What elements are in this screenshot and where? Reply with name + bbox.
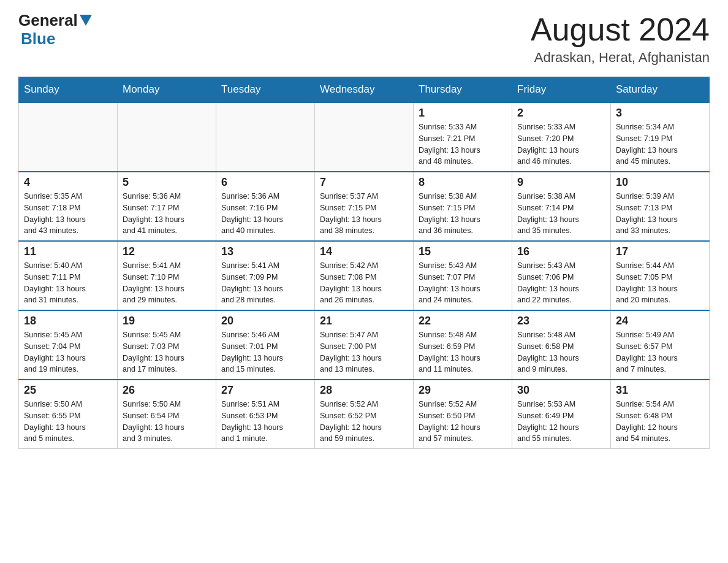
calendar-cell: 15Sunrise: 5:43 AMSunset: 7:07 PMDayligh… bbox=[414, 241, 512, 310]
day-info: Sunrise: 5:44 AMSunset: 7:05 PMDaylight:… bbox=[616, 260, 704, 306]
calendar-cell: 11Sunrise: 5:40 AMSunset: 7:11 PMDayligh… bbox=[19, 241, 118, 310]
day-info: Sunrise: 5:46 AMSunset: 7:01 PMDaylight:… bbox=[221, 329, 309, 375]
calendar-cell: 25Sunrise: 5:50 AMSunset: 6:55 PMDayligh… bbox=[19, 380, 118, 449]
day-number: 26 bbox=[123, 384, 211, 397]
day-info: Sunrise: 5:41 AMSunset: 7:09 PMDaylight:… bbox=[221, 260, 309, 306]
day-info: Sunrise: 5:47 AMSunset: 7:00 PMDaylight:… bbox=[320, 329, 408, 375]
header-day-sunday: Sunday bbox=[19, 77, 118, 103]
day-info: Sunrise: 5:40 AMSunset: 7:11 PMDaylight:… bbox=[24, 260, 112, 306]
day-number: 28 bbox=[320, 384, 408, 397]
week-row-2: 4Sunrise: 5:35 AMSunset: 7:18 PMDaylight… bbox=[19, 172, 710, 241]
calendar-cell: 26Sunrise: 5:50 AMSunset: 6:54 PMDayligh… bbox=[118, 380, 216, 449]
header-day-monday: Monday bbox=[118, 77, 216, 103]
day-number: 25 bbox=[24, 384, 112, 397]
day-info: Sunrise: 5:50 AMSunset: 6:54 PMDaylight:… bbox=[123, 399, 211, 445]
calendar-cell: 27Sunrise: 5:51 AMSunset: 6:53 PMDayligh… bbox=[216, 380, 315, 449]
day-number: 23 bbox=[517, 315, 605, 327]
day-info: Sunrise: 5:52 AMSunset: 6:50 PMDaylight:… bbox=[419, 399, 507, 445]
week-row-5: 25Sunrise: 5:50 AMSunset: 6:55 PMDayligh… bbox=[19, 380, 710, 449]
calendar-cell: 1Sunrise: 5:33 AMSunset: 7:21 PMDaylight… bbox=[414, 102, 512, 172]
day-info: Sunrise: 5:36 AMSunset: 7:16 PMDaylight:… bbox=[221, 191, 309, 237]
day-number: 29 bbox=[419, 384, 507, 397]
day-number: 16 bbox=[517, 245, 605, 258]
day-info: Sunrise: 5:45 AMSunset: 7:03 PMDaylight:… bbox=[123, 329, 211, 375]
day-number: 5 bbox=[123, 176, 211, 189]
day-info: Sunrise: 5:33 AMSunset: 7:20 PMDaylight:… bbox=[517, 121, 605, 167]
calendar-cell: 22Sunrise: 5:48 AMSunset: 6:59 PMDayligh… bbox=[414, 310, 512, 380]
day-info: Sunrise: 5:42 AMSunset: 7:08 PMDaylight:… bbox=[320, 260, 408, 306]
calendar-cell: 6Sunrise: 5:36 AMSunset: 7:16 PMDaylight… bbox=[216, 172, 315, 241]
day-info: Sunrise: 5:36 AMSunset: 7:17 PMDaylight:… bbox=[123, 191, 211, 237]
calendar-cell: 29Sunrise: 5:52 AMSunset: 6:50 PMDayligh… bbox=[414, 380, 512, 449]
calendar-cell: 8Sunrise: 5:38 AMSunset: 7:15 PMDaylight… bbox=[414, 172, 512, 241]
header-day-thursday: Thursday bbox=[414, 77, 512, 103]
calendar-cell bbox=[19, 102, 118, 172]
day-info: Sunrise: 5:39 AMSunset: 7:13 PMDaylight:… bbox=[616, 191, 704, 237]
day-info: Sunrise: 5:37 AMSunset: 7:15 PMDaylight:… bbox=[320, 191, 408, 237]
day-number: 14 bbox=[320, 245, 408, 258]
calendar-cell: 7Sunrise: 5:37 AMSunset: 7:15 PMDaylight… bbox=[315, 172, 414, 241]
logo-triangle-icon bbox=[80, 15, 92, 26]
week-row-1: 1Sunrise: 5:33 AMSunset: 7:21 PMDaylight… bbox=[19, 102, 710, 172]
day-number: 7 bbox=[320, 176, 408, 189]
day-info: Sunrise: 5:45 AMSunset: 7:04 PMDaylight:… bbox=[24, 329, 112, 375]
page-header: General Blue August 2024 Adraskan, Herat… bbox=[18, 12, 710, 66]
calendar-table: SundayMondayTuesdayWednesdayThursdayFrid… bbox=[18, 77, 710, 449]
calendar-cell: 17Sunrise: 5:44 AMSunset: 7:05 PMDayligh… bbox=[611, 241, 710, 310]
day-info: Sunrise: 5:49 AMSunset: 6:57 PMDaylight:… bbox=[616, 329, 704, 375]
day-info: Sunrise: 5:50 AMSunset: 6:55 PMDaylight:… bbox=[24, 399, 112, 445]
week-row-4: 18Sunrise: 5:45 AMSunset: 7:04 PMDayligh… bbox=[19, 310, 710, 380]
day-number: 4 bbox=[24, 176, 112, 189]
day-number: 13 bbox=[221, 245, 309, 258]
header-day-saturday: Saturday bbox=[611, 77, 710, 103]
day-info: Sunrise: 5:51 AMSunset: 6:53 PMDaylight:… bbox=[221, 399, 309, 445]
header-day-wednesday: Wednesday bbox=[315, 77, 414, 103]
day-info: Sunrise: 5:33 AMSunset: 7:21 PMDaylight:… bbox=[419, 121, 507, 167]
day-number: 18 bbox=[24, 315, 112, 327]
calendar-cell: 2Sunrise: 5:33 AMSunset: 7:20 PMDaylight… bbox=[512, 102, 611, 172]
calendar-cell: 24Sunrise: 5:49 AMSunset: 6:57 PMDayligh… bbox=[611, 310, 710, 380]
calendar-cell: 20Sunrise: 5:46 AMSunset: 7:01 PMDayligh… bbox=[216, 310, 315, 380]
day-number: 19 bbox=[123, 315, 211, 327]
calendar-cell: 9Sunrise: 5:38 AMSunset: 7:14 PMDaylight… bbox=[512, 172, 611, 241]
calendar-cell: 3Sunrise: 5:34 AMSunset: 7:19 PMDaylight… bbox=[611, 102, 710, 172]
day-number: 11 bbox=[24, 245, 112, 258]
day-number: 15 bbox=[419, 245, 507, 258]
calendar-cell: 14Sunrise: 5:42 AMSunset: 7:08 PMDayligh… bbox=[315, 241, 414, 310]
day-number: 8 bbox=[419, 176, 507, 189]
calendar-cell: 4Sunrise: 5:35 AMSunset: 7:18 PMDaylight… bbox=[19, 172, 118, 241]
day-number: 1 bbox=[419, 107, 507, 120]
header-row: SundayMondayTuesdayWednesdayThursdayFrid… bbox=[19, 77, 710, 103]
calendar-cell: 13Sunrise: 5:41 AMSunset: 7:09 PMDayligh… bbox=[216, 241, 315, 310]
location-text: Adraskan, Herat, Afghanistan bbox=[531, 50, 710, 66]
calendar-cell: 18Sunrise: 5:45 AMSunset: 7:04 PMDayligh… bbox=[19, 310, 118, 380]
day-info: Sunrise: 5:41 AMSunset: 7:10 PMDaylight:… bbox=[123, 260, 211, 306]
header-day-tuesday: Tuesday bbox=[216, 77, 315, 103]
day-number: 30 bbox=[517, 384, 605, 397]
calendar-cell: 16Sunrise: 5:43 AMSunset: 7:06 PMDayligh… bbox=[512, 241, 611, 310]
month-title: August 2024 bbox=[531, 12, 710, 47]
week-row-3: 11Sunrise: 5:40 AMSunset: 7:11 PMDayligh… bbox=[19, 241, 710, 310]
day-number: 22 bbox=[419, 315, 507, 327]
day-info: Sunrise: 5:52 AMSunset: 6:52 PMDaylight:… bbox=[320, 399, 408, 445]
calendar-cell: 10Sunrise: 5:39 AMSunset: 7:13 PMDayligh… bbox=[611, 172, 710, 241]
day-info: Sunrise: 5:43 AMSunset: 7:06 PMDaylight:… bbox=[517, 260, 605, 306]
day-info: Sunrise: 5:43 AMSunset: 7:07 PMDaylight:… bbox=[419, 260, 507, 306]
calendar-cell: 30Sunrise: 5:53 AMSunset: 6:49 PMDayligh… bbox=[512, 380, 611, 449]
day-number: 21 bbox=[320, 315, 408, 327]
day-info: Sunrise: 5:53 AMSunset: 6:49 PMDaylight:… bbox=[517, 399, 605, 445]
calendar-cell: 23Sunrise: 5:48 AMSunset: 6:58 PMDayligh… bbox=[512, 310, 611, 380]
day-number: 27 bbox=[221, 384, 309, 397]
calendar-cell: 21Sunrise: 5:47 AMSunset: 7:00 PMDayligh… bbox=[315, 310, 414, 380]
day-number: 17 bbox=[616, 245, 704, 258]
calendar-cell bbox=[118, 102, 216, 172]
day-number: 2 bbox=[517, 107, 605, 120]
calendar-cell bbox=[315, 102, 414, 172]
logo-general-text: General bbox=[18, 12, 78, 28]
calendar-cell: 12Sunrise: 5:41 AMSunset: 7:10 PMDayligh… bbox=[118, 241, 216, 310]
day-info: Sunrise: 5:38 AMSunset: 7:15 PMDaylight:… bbox=[419, 191, 507, 237]
calendar-cell bbox=[216, 102, 315, 172]
day-number: 12 bbox=[123, 245, 211, 258]
calendar-cell: 19Sunrise: 5:45 AMSunset: 7:03 PMDayligh… bbox=[118, 310, 216, 380]
day-number: 10 bbox=[616, 176, 704, 189]
